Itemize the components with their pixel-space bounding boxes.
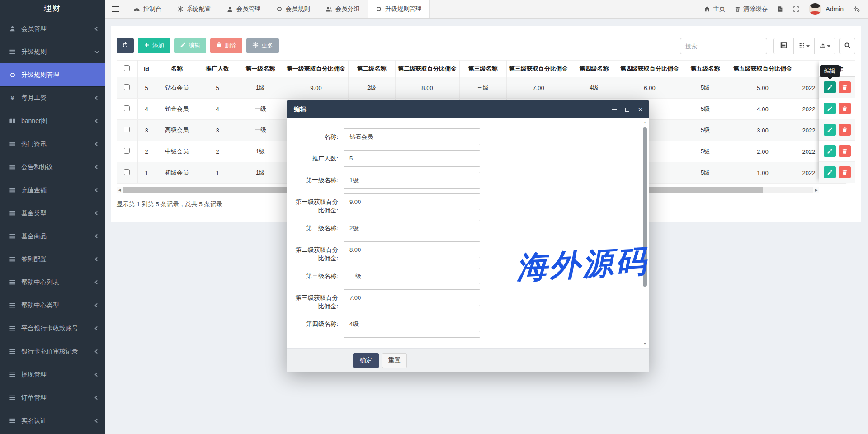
chevron-left-icon [95,119,99,123]
field-input[interactable] [344,268,480,284]
delete-button[interactable]: 删除 [210,38,242,53]
sidebar-item-热门资讯[interactable]: 热门资讯 [0,132,105,156]
modal-scrollbar[interactable]: ▲ ▼ [642,120,648,346]
sidebar-item-基金类型[interactable]: 基金类型 [0,202,105,225]
sidebar-item-提现管理[interactable]: 提现管理 [0,363,105,386]
tab-系统配置[interactable]: 系统配置 [170,0,219,18]
field-input[interactable] [344,241,480,258]
sidebar-item-每月工资[interactable]: ¥每月工资 [0,86,105,109]
field-input[interactable] [344,193,480,210]
sidebar-item-帮助中心类型[interactable]: 帮助中心类型 [0,294,105,317]
tab-会员分组[interactable]: 会员分组 [318,0,368,18]
field-input[interactable] [344,316,480,332]
sidebar-item-基金商品[interactable]: 基金商品 [0,225,105,248]
reset-button[interactable]: 重置 [382,353,407,368]
row-edit-button[interactable] [824,81,836,93]
field-input[interactable] [344,289,480,306]
avatar[interactable] [809,3,821,15]
bars-icon [9,48,16,56]
sidebar-item-会员管理[interactable]: 会员管理 [0,17,105,40]
table-cell: 2 [198,141,237,162]
row-checkbox[interactable] [124,105,130,111]
row-checkbox[interactable] [124,84,130,90]
chevron-left-icon [95,373,99,377]
edit-button[interactable]: 编辑 [174,38,206,53]
field-input[interactable] [344,172,480,189]
scroll-left-arrow[interactable]: ◀ [117,188,123,192]
field-input[interactable] [344,128,480,145]
navbar-right: 主页 清除缓存 Admin [704,0,868,18]
row-edit-button[interactable] [824,145,836,157]
action-cell [819,77,855,98]
sidebar-item-实名认证[interactable]: 实名认证 [0,409,105,432]
tab-会员管理[interactable]: 会员管理 [219,0,269,18]
refresh-button[interactable] [117,38,134,53]
circle-icon [276,6,283,12]
circle-icon [9,71,16,79]
nav-tabs: 控制台系统配置会员管理会员规则会员分组升级规则管理 [126,0,430,18]
scroll-right-arrow[interactable]: ▶ [813,188,819,192]
clear-cache-link[interactable]: 清除缓存 [735,5,768,13]
sidebar-item-公告和协议[interactable]: 公告和协议 [0,156,105,179]
row-checkbox[interactable] [124,169,130,175]
columns-dropdown-button[interactable] [794,38,815,54]
sidebar-item-升级规则[interactable]: 升级规则 [0,40,105,63]
select-all-checkbox[interactable] [124,65,130,71]
row-delete-button[interactable] [839,103,851,114]
scroll-down-arrow[interactable]: ▼ [643,342,646,346]
add-button[interactable]: 添加 [138,38,170,53]
toggle-pagination-button[interactable] [773,38,794,54]
document-icon[interactable] [777,6,783,12]
sidebar-item-升级规则管理[interactable]: 升级规则管理 [0,63,105,86]
search-button[interactable] [839,38,855,54]
form-field-row: 第三级名称: [293,268,633,284]
close-icon[interactable]: ✕ [638,106,643,113]
export-dropdown-button[interactable] [815,38,835,54]
more-button[interactable]: 更多 [246,38,279,53]
scroll-up-arrow[interactable]: ▲ [643,120,646,125]
home-link[interactable]: 主页 [704,5,725,13]
maximize-icon[interactable] [625,106,629,113]
username[interactable]: Admin [826,5,844,13]
tab-升级规则管理[interactable]: 升级规则管理 [368,0,430,18]
field-input[interactable] [344,150,480,167]
column-header: 第四级获取百分比佣金 [618,61,682,77]
confirm-button[interactable]: 确定 [353,353,379,368]
bars-icon [9,302,16,309]
table-cell: 4级 [571,77,618,99]
row-checkbox[interactable] [124,148,130,154]
column-header: 第一级获取百分比佣金 [284,61,348,77]
bars-icon [9,140,16,148]
row-delete-button[interactable] [839,145,851,157]
tab-label: 升级规则管理 [385,5,422,13]
settings-gears-icon[interactable] [853,6,860,13]
row-delete-button[interactable] [839,81,851,93]
sidebar-item-签到配置[interactable]: 签到配置 [0,248,105,271]
sidebar-item-银行卡充值审核记录[interactable]: 银行卡充值审核记录 [0,340,105,363]
search-input[interactable] [680,38,767,54]
row-edit-button[interactable] [824,166,836,178]
minimize-icon[interactable] [612,106,617,113]
sidebar-item-banner图[interactable]: banner图 [0,109,105,132]
modal-scrollbar-thumb[interactable] [643,127,647,287]
row-delete-button[interactable] [839,124,851,136]
sidebar-item-平台银行卡收款账号[interactable]: 平台银行卡收款账号 [0,317,105,340]
sidebar-item-帮助中心列表[interactable]: 帮助中心列表 [0,271,105,294]
top-navbar: 控制台系统配置会员管理会员规则会员分组升级规则管理 主页 清除缓存 Admin [105,0,868,19]
fullscreen-icon[interactable] [793,6,799,12]
sidebar-item-充值金额[interactable]: 充值金额 [0,179,105,202]
modal-header[interactable]: 编辑 ✕ [287,100,649,118]
row-edit-button[interactable] [824,103,836,114]
tab-控制台[interactable]: 控制台 [126,0,170,18]
row-edit-button[interactable] [824,124,836,136]
menu-toggle-icon[interactable] [105,0,126,18]
sidebar-item-订单管理[interactable]: 订单管理 [0,386,105,409]
grid-icon [799,42,805,50]
field-input[interactable] [344,337,480,348]
tab-会员规则[interactable]: 会员规则 [269,0,318,18]
bars-icon [9,371,16,378]
row-checkbox[interactable] [124,127,130,132]
row-delete-button[interactable] [839,166,851,178]
field-input[interactable] [344,220,480,236]
column-header: 第五级获取百分比佣金 [729,61,797,77]
